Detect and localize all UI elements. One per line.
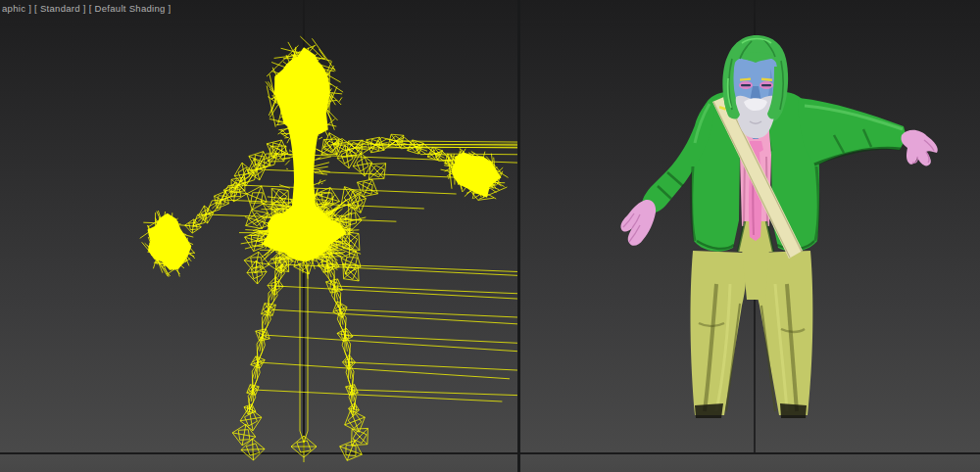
- viewport-left[interactable]: aphic ] [ Standard ] [ Default Shading ]: [0, 0, 517, 472]
- character-pants: [691, 249, 813, 418]
- character-model[interactable]: [620, 35, 937, 418]
- right-hand: [901, 130, 937, 166]
- viewport-area: aphic ] [ Standard ] [ Default Shading ]: [0, 0, 980, 472]
- skeleton-model[interactable]: [140, 36, 517, 462]
- viewport-label[interactable]: aphic ] [ Standard ] [ Default Shading ]: [2, 3, 172, 14]
- skeleton-viewport-canvas: [0, 0, 517, 472]
- character-viewport-canvas: [520, 0, 980, 472]
- left-eye: [741, 84, 751, 86]
- left-ankle-shadow: [695, 403, 723, 418]
- right-ankle-shadow: [780, 403, 807, 418]
- right-eye: [761, 84, 771, 86]
- left-hand: [620, 200, 656, 246]
- viewport-right[interactable]: [520, 0, 980, 472]
